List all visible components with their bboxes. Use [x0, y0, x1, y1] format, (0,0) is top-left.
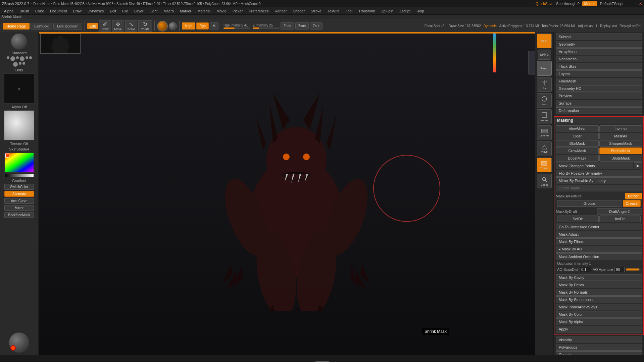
color-sphere[interactable]	[157, 21, 168, 32]
thick-skin-btn[interactable]: Thick Skin	[556, 63, 642, 70]
fiber-mesh-btn[interactable]: FiberMesh	[556, 78, 642, 84]
clear-btn[interactable]: Clear	[556, 133, 599, 139]
mask-by-normals-btn[interactable]: Mask By Normals	[556, 289, 642, 296]
maximize-icon[interactable]: □	[634, 2, 636, 6]
live-boolean-btn[interactable]: Live Boolean	[53, 23, 82, 29]
line-fill-btn[interactable]: Line Fill	[537, 125, 552, 140]
edit-btn[interactable]: Edit	[87, 23, 98, 29]
border-btn[interactable]: Border	[625, 193, 642, 199]
minimize-icon[interactable]: ─	[629, 2, 632, 6]
alternate-btn[interactable]: Alternate	[4, 191, 34, 197]
lightbox-btn[interactable]: LightBox	[31, 23, 52, 29]
deformation-btn[interactable]: Deformation	[556, 107, 642, 114]
preview-btn[interactable]: Preview	[556, 93, 642, 99]
menu-stroke[interactable]: Stroke	[308, 8, 324, 14]
mask-ambient-occ-btn[interactable]: Mask Ambient Occlusion	[556, 253, 642, 260]
seethrough-btn[interactable]: See-through 0	[556, 2, 580, 6]
menu-zplugin[interactable]: Zplugin	[379, 8, 396, 14]
menu-preferences[interactable]: Preferences	[246, 8, 271, 14]
color-picker[interactable]	[4, 153, 34, 173]
quicksave-btn[interactable]: QuickSave	[536, 2, 553, 6]
frame-btn[interactable]: Frame	[537, 109, 552, 124]
menu-tool[interactable]: Tool	[343, 8, 355, 14]
mirror-btn[interactable]: Mirror	[4, 205, 34, 211]
mask-by-ao-btn[interactable]: ▸ Mask By AO	[556, 246, 642, 253]
mask-by-smoothness-btn[interactable]: Mask By Smoothness	[556, 296, 642, 303]
menu-render[interactable]: Render	[272, 8, 290, 14]
zcut-btn[interactable]: Zcut	[310, 22, 322, 29]
material-ball[interactable]	[9, 333, 29, 353]
mask-changed-pts-expand[interactable]: ▶	[634, 162, 642, 169]
mask-by-alpha-btn[interactable]: Mask By Alpha	[556, 318, 642, 325]
draw-btn[interactable]: ✐ Draw	[99, 20, 111, 32]
geometry-btn[interactable]: Geometry	[556, 41, 642, 48]
draftangle2-btn[interactable]: DraftAngle 2	[597, 208, 642, 215]
create-alpha-btn[interactable]: Create Alpha	[556, 185, 642, 191]
menu-light[interactable]: Light	[147, 8, 160, 14]
menu-document[interactable]: Document	[47, 8, 69, 14]
ao-scan-dist-input[interactable]	[580, 267, 591, 272]
menu-help[interactable]: Help	[414, 8, 427, 14]
menu-draw[interactable]: Draw	[70, 8, 84, 14]
go-unmasked-center-btn[interactable]: Go To Unmasked Center	[556, 224, 642, 230]
maskall-btn[interactable]: MaskAll	[599, 133, 642, 139]
accu-curve-btn[interactable]: AccuCurve	[4, 198, 34, 204]
menu-texture[interactable]: Texture	[325, 8, 342, 14]
mask-by-depth-btn[interactable]: Mask By Depth	[556, 282, 642, 288]
ao-aperture-slider[interactable]	[626, 268, 641, 270]
alpha-preview[interactable]: ■	[4, 73, 34, 104]
layers-btn[interactable]: Layers	[556, 70, 642, 77]
home-page-btn[interactable]: Home Page	[3, 23, 30, 29]
menu-zscript[interactable]: Zscript	[397, 8, 413, 14]
menu-color[interactable]: Color	[33, 8, 47, 14]
move-btn[interactable]: ✥ Move	[112, 20, 124, 32]
diliutemask-btn[interactable]: DiluteMask	[599, 155, 642, 162]
menu-alpha[interactable]: Alpha	[1, 8, 16, 14]
texture-preview[interactable]	[4, 110, 34, 140]
viewport[interactable]: 3D Persp Floor Shrink Mask	[39, 32, 553, 355]
transp-btn[interactable]: Transp	[537, 158, 552, 172]
menu-picker[interactable]: Picker	[230, 8, 246, 14]
mask-by-fibers-btn[interactable]: Mask By Fibers	[556, 238, 642, 245]
persp-icon-btn[interactable]: Persp	[537, 61, 552, 76]
flip-by-posable-sym-btn[interactable]: Flip By Posable Symmetry	[556, 170, 642, 177]
apply-btn[interactable]: Apply	[556, 326, 642, 333]
scale-btn[interactable]: ⤡ Scale	[125, 20, 138, 32]
menus-btn[interactable]: Menus	[582, 1, 597, 6]
dots-preview[interactable]	[6, 56, 33, 67]
zsub-btn[interactable]: Zsub	[295, 22, 309, 29]
secondary-sphere[interactable]	[169, 22, 177, 30]
boostmask-btn[interactable]: BoostMask	[556, 155, 599, 162]
growmask-btn[interactable]: GrowMask	[556, 147, 599, 154]
solo-btn[interactable]: Solo	[537, 93, 552, 108]
menu-edit[interactable]: Edit	[107, 8, 119, 14]
inverse-btn[interactable]: Inverse	[599, 125, 642, 132]
close-icon[interactable]: ✕	[639, 2, 642, 6]
menu-layer[interactable]: Layer	[132, 8, 146, 14]
shrinkmask-btn[interactable]: ShrinkMask	[599, 147, 642, 154]
menu-transform[interactable]: Transform	[356, 8, 378, 14]
switch-color-btn[interactable]: SwitchColor	[4, 184, 34, 190]
gradient-bar[interactable]	[4, 174, 34, 177]
bpr-btn[interactable]: BPR	[537, 34, 552, 48]
menu-material[interactable]: Material	[195, 8, 213, 14]
menu-dynamics[interactable]: Dynamics	[85, 8, 106, 14]
replay-last-rel-btn[interactable]: ReplayLastRel	[620, 24, 641, 28]
crease-btn[interactable]: Crease	[623, 200, 641, 207]
zadd-btn[interactable]: Zadd	[281, 22, 294, 29]
l-sym-btn[interactable]: L.Sym	[537, 77, 552, 92]
menu-file[interactable]: File	[119, 8, 131, 14]
viewport-thumbnail[interactable]	[40, 34, 81, 54]
mirror-by-posable-sym-btn[interactable]: Mirror By Posable Symmetry	[556, 177, 642, 184]
mrgb-btn[interactable]: Mrgb	[182, 22, 196, 29]
nano-mesh-btn[interactable]: NanoMesh	[556, 56, 642, 62]
rgb-btn[interactable]: Rgb	[196, 22, 208, 29]
viewmask-btn[interactable]: ViewMask	[556, 125, 599, 132]
mask-peaks-valleys-btn[interactable]: Mask PeaksAndValleys	[556, 304, 642, 310]
default-zscript-btn[interactable]: DefaultZScript	[600, 2, 624, 6]
polygroups-btn[interactable]: Polygroups	[556, 344, 642, 351]
menu-macro[interactable]: Macro	[161, 8, 177, 14]
polyf-btn[interactable]: PolyF	[537, 141, 552, 156]
surface-btn[interactable]: Surface	[556, 100, 642, 107]
mask-by-color-btn[interactable]: Mask By Color	[556, 311, 642, 318]
